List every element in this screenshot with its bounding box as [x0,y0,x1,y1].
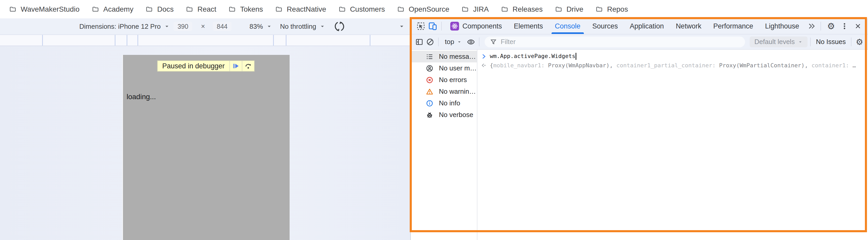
media-query-mark[interactable] [273,35,274,46]
console-sidebar-item-info[interactable]: No info [411,97,477,109]
divider [851,37,851,46]
divider [820,22,821,31]
bookmark-item[interactable]: Drive [555,5,583,14]
folder-icon [91,6,99,13]
preview-part: container1_partial_container [616,62,712,69]
tab-label: Components [462,22,502,30]
devtools-menu-button[interactable] [839,20,850,32]
throttling-select[interactable]: No throttling [280,23,326,31]
clear-console-button[interactable] [425,36,436,47]
sidebar-item-label: No messa… [439,53,476,60]
bookmark-item[interactable]: Docs [145,5,174,14]
javascript-context-select[interactable]: top [441,38,466,46]
resume-script-button[interactable] [230,61,242,71]
bookmark-label: OpenSource [409,5,449,14]
log-levels-select[interactable]: Default levels [750,36,808,47]
chevron-down-icon [319,23,326,29]
folder-icon [275,6,283,13]
folder-icon [397,6,405,13]
height-value: 844 [217,23,227,30]
bookmark-item[interactable]: ReactNative [275,5,326,14]
tab-performance[interactable]: Performance [707,18,759,34]
console-sidebar-toggle-button[interactable] [414,36,425,47]
console-sidebar-item-user[interactable]: No user m… [411,62,477,74]
step-over-icon [244,62,252,70]
gear-icon: ⚙ [827,22,835,31]
bookmark-item[interactable]: Tokens [228,5,263,14]
divider [810,37,811,46]
issues-counter[interactable]: No Issues [813,38,848,46]
bookmark-label: ReactNative [287,5,326,14]
bookmark-label: React [197,5,216,14]
width-input[interactable]: 390 [174,22,192,31]
console-sidebar-item-warning[interactable]: No warnin… [411,86,477,97]
preview-part: { [490,62,493,69]
device-toolbar-overflow-icon[interactable] [398,23,405,30]
bookmark-item[interactable]: WaveMakerStudio [9,5,80,14]
bookmark-item[interactable]: Repos [595,5,628,14]
kebab-menu-icon [840,22,848,30]
bookmarks-bar: WaveMakerStudioAcademyDocsReactTokensRea… [0,0,868,18]
tab-components[interactable]: Components [444,18,508,34]
tab-console[interactable]: Console [549,18,586,34]
throttling-value: No throttling [280,23,316,31]
media-query-mark[interactable] [370,35,370,46]
console-filter-input[interactable]: Filter [485,36,745,47]
devtools-tab-bar: ComponentsElementsConsoleSourcesApplicat… [411,18,868,34]
devtools-settings-button[interactable]: ⚙ [825,20,837,32]
bookmark-item[interactable]: JIRA [461,5,489,14]
zoom-select[interactable]: 83% [250,23,272,31]
sidebar-item-label: No info [439,99,460,107]
bookmark-label: JIRA [473,5,489,14]
step-over-button[interactable] [242,61,254,71]
create-live-expression-button[interactable] [466,36,476,47]
bookmark-item[interactable]: Academy [91,5,133,14]
console-settings-button[interactable]: ⚙ [854,36,865,47]
media-query-mark[interactable] [286,35,286,46]
width-value: 390 [178,23,188,30]
media-query-mark[interactable] [115,35,116,46]
console-sidebar-item-list[interactable]: No messa… [411,51,477,62]
folder-icon [501,6,509,13]
tab-sources[interactable]: Sources [586,18,624,34]
tab-network[interactable]: Network [670,18,707,34]
emulation-stage: Paused in debugger loading... [0,46,410,240]
user-icon [426,64,433,72]
device-viewport[interactable]: Paused in debugger loading... [122,55,289,240]
more-tabs-icon[interactable] [807,21,816,31]
chevron-down-icon [164,23,170,29]
bookmark-item[interactable]: React [185,5,216,14]
close-devtools-button[interactable] [852,20,864,32]
console-messages-area[interactable]: wm.App.activePage.Widgets {mobile_navbar… [477,50,868,240]
sidebar-item-label: No errors [439,76,467,84]
sidebar-item-label: No user m… [439,64,476,72]
tab-label: Lighthouse [765,22,799,30]
folder-icon [555,6,563,13]
dimensions-multiply: × [201,23,205,31]
bookmark-item[interactable]: OpenSource [397,5,449,14]
preview-part: … [852,62,856,69]
folder-icon [228,6,236,13]
bookmark-item[interactable]: Releases [501,5,543,14]
console-sidebar-item-error[interactable]: No errors [411,74,477,86]
tab-lighthouse[interactable]: Lighthouse [759,18,805,34]
media-query-mark[interactable] [42,35,43,46]
device-select-label: Dimensions: iPhone 12 Pro [79,23,161,31]
tab-label: Sources [592,22,618,30]
chevron-down-icon [798,39,803,45]
close-icon [854,22,862,30]
tab-elements[interactable]: Elements [508,18,549,34]
filter-placeholder: Filter [501,38,516,46]
device-select[interactable]: Dimensions: iPhone 12 Pro [79,23,170,31]
media-query-mark[interactable] [137,35,138,46]
tab-application[interactable]: Application [624,18,670,34]
console-input-row[interactable]: wm.App.activePage.Widgets [477,52,868,61]
console-sidebar-item-verbose[interactable]: No verbose [411,109,477,121]
height-input[interactable]: 844 [213,22,231,31]
toggle-device-toolbar-button[interactable] [427,20,439,32]
media-query-mark[interactable] [127,35,127,46]
device-toolbar-icon [428,22,437,31]
bookmark-item[interactable]: Customers [338,5,385,14]
inspect-element-button[interactable] [415,20,427,32]
rotate-viewport-icon[interactable] [334,21,345,32]
